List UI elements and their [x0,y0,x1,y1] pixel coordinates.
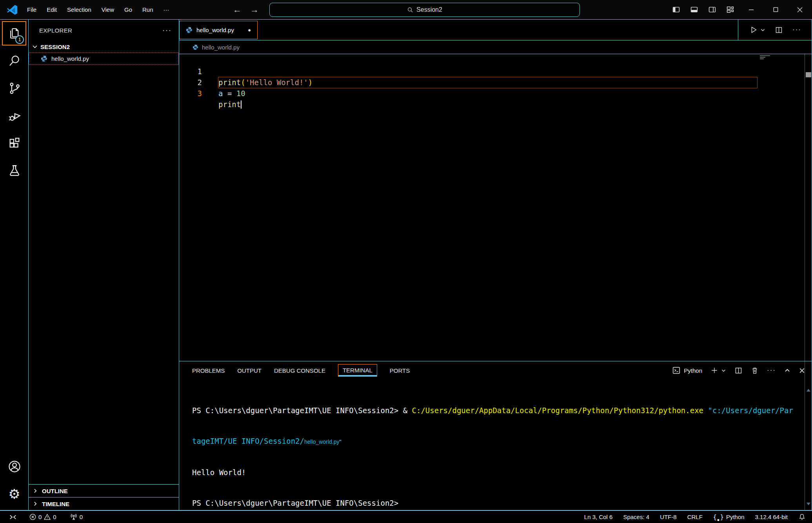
editor-more-actions-icon[interactable]: ··· [792,26,801,34]
chevron-down-icon [721,368,726,373]
split-editor-icon[interactable] [775,26,783,34]
terminal-output[interactable]: PS C:\Users\dguer\PartageIMT\UE INFO\Ses… [192,385,796,523]
explorer-sidebar: EXPLORER ··· SESSION2 hello_world.py OUT… [29,20,179,510]
terminal-line: tageIMT/UE INFO/Session2/hello_world.py" [192,436,796,447]
python-file-icon [186,27,193,33]
split-terminal-icon[interactable] [734,366,743,375]
token: a [218,89,223,98]
menu-edit[interactable]: Edit [42,4,62,15]
close-window-button[interactable] [788,0,812,19]
language-mode[interactable]: { } Python [713,514,745,521]
maximize-panel-icon[interactable] [784,367,790,374]
activity-run-debug[interactable] [0,102,29,129]
terminal-shell-icon[interactable] [672,366,681,375]
menu-file[interactable]: File [22,4,42,15]
editor-scrollbar[interactable] [805,54,812,361]
toggle-panel-icon[interactable] [685,0,703,19]
ports-status[interactable]: 0 [70,513,83,521]
panel-more-actions-icon[interactable]: ··· [767,366,776,374]
menu-selection[interactable]: Selection [62,4,96,15]
indentation[interactable]: Spaces: 4 [623,514,649,520]
python-interpreter[interactable]: 3.12.4 64-bit [755,514,788,520]
activity-source-control[interactable] [0,75,29,102]
search-sidebar-icon [8,54,21,67]
maximize-button[interactable] [763,0,788,19]
activity-testing[interactable] [0,157,29,184]
minimize-button[interactable] [739,0,763,19]
encoding[interactable]: UTF-8 [660,514,677,520]
code-editor[interactable]: 1 print('Hello World!') 2 a = 10 3 print [179,54,812,361]
eol-sequence[interactable]: CRLF [687,514,703,520]
plus-icon [710,366,718,374]
scrollbar-thumb[interactable] [806,72,811,77]
shell-label[interactable]: Python [684,367,702,374]
tab-output[interactable]: OUTPUT [237,367,262,374]
toggle-primary-sidebar-icon[interactable] [667,0,685,19]
minimap[interactable] [760,55,770,60]
code-line-1[interactable]: 1 print('Hello World!') [179,55,812,66]
braces-icon: { } [713,514,724,521]
tab-debug-console[interactable]: DEBUG CONSOLE [274,367,325,374]
tab-terminal[interactable]: TERMINAL [338,364,377,377]
terminal-line: PS C:\Users\dguer\PartageIMT\UE INFO\Ses… [192,498,796,508]
terminal-scrollbar[interactable] [805,361,812,510]
menu-run[interactable]: Run [137,4,158,15]
tab-hello-world[interactable]: hello_world.py ● [179,21,258,39]
search-value: Session2 [416,6,442,13]
cursor-position[interactable]: Ln 3, Col 6 [584,514,613,520]
explorer-badge: 1 [15,35,24,44]
customize-layout-icon[interactable] [721,0,739,19]
account-icon [7,459,22,474]
editor-group: hello_world.py ● ··· he [179,20,812,510]
run-python-button[interactable] [749,26,765,34]
tab-problems[interactable]: PROBLEMS [192,367,225,374]
timeline-section[interactable]: TIMELINE [29,497,179,510]
outline-label: OUTLINE [42,488,68,494]
workbench: 1 [0,20,812,510]
menu-more[interactable]: ··· [158,4,174,15]
command-center-search[interactable]: Session2 [269,3,580,17]
explorer-more-actions-icon[interactable]: ··· [162,26,172,35]
code-line-3[interactable]: 3 print [179,77,812,88]
code-line-2[interactable]: 2 a = 10 [179,66,812,77]
menu-bar: File Edit Selection View Go Run ··· [22,0,174,19]
python-file-icon [41,55,47,62]
line-number-active[interactable]: 3 [179,88,202,99]
new-terminal-button[interactable] [710,366,726,374]
back-arrow-icon[interactable]: ← [233,5,242,15]
menu-view[interactable]: View [96,4,119,15]
kill-terminal-icon[interactable] [751,366,759,374]
error-icon [29,513,36,521]
activity-settings[interactable]: ⚙ [0,480,29,508]
activity-extensions[interactable] [0,129,29,157]
gear-icon: ⚙ [8,487,20,501]
panel-actions: Python ··· [672,361,805,379]
notifications-bell-icon[interactable] [798,513,806,521]
modified-dot-icon[interactable]: ● [248,27,251,33]
warning-count: 0 [53,514,56,520]
tab-ports[interactable]: PORTS [390,367,410,374]
toggle-secondary-sidebar-icon[interactable] [703,0,721,19]
problems-status[interactable]: 0 0 [29,513,56,521]
outline-section[interactable]: OUTLINE [29,484,179,497]
scroll-down-arrow-icon[interactable] [807,503,810,505]
menu-go[interactable]: Go [119,4,137,15]
ports-count: 0 [80,514,83,520]
status-bar: 0 0 0 Ln 3, Col 6 Spaces: 4 UTF-8 CRLF {… [0,510,812,523]
scroll-up-arrow-icon[interactable] [807,389,810,392]
vscode-logo-icon [6,4,18,16]
error-count: 0 [38,514,42,520]
activity-search[interactable] [0,47,29,75]
activity-account[interactable] [0,453,29,480]
breadcrumb[interactable]: hello_world.py [179,40,812,54]
python-file-icon [193,44,198,50]
activity-bar: 1 [0,20,29,510]
tab-title: hello_world.py [196,27,234,33]
forward-arrow-icon[interactable]: → [250,5,259,15]
breadcrumb-file: hello_world.py [202,44,240,51]
remote-indicator-icon[interactable] [9,513,17,521]
folder-session2[interactable]: SESSION2 [29,41,179,53]
file-hello-world[interactable]: hello_world.py [29,53,179,65]
activity-explorer[interactable]: 1 [0,20,29,47]
token: 10 [236,89,245,98]
